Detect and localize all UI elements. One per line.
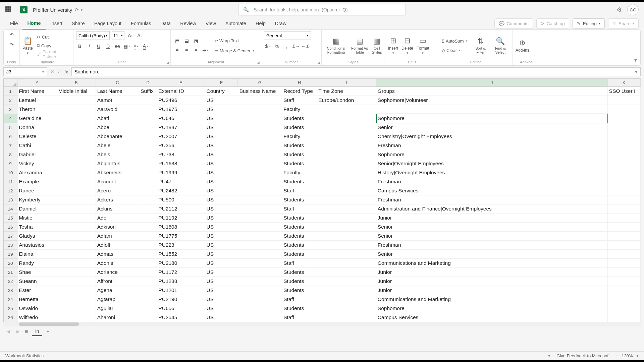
cell[interactable]: Staff (282, 313, 317, 322)
cell[interactable]: PU656 (157, 304, 205, 313)
cell[interactable] (317, 132, 376, 141)
cell[interactable]: Students (282, 177, 317, 186)
cell[interactable]: Abigantus (96, 159, 140, 168)
cell[interactable]: PU223 (157, 241, 205, 250)
cell[interactable]: Sophomore|Volunteer (376, 96, 608, 105)
zoom-out-button[interactable]: − (616, 353, 619, 358)
tab-review[interactable]: Review (175, 17, 201, 29)
cell[interactable] (238, 259, 282, 268)
row-header[interactable]: 19 (4, 250, 17, 259)
increase-decimal-button[interactable]: .0→ (292, 43, 300, 50)
cell[interactable]: Cathi (17, 141, 57, 150)
cell[interactable] (57, 214, 96, 223)
tab-file[interactable]: File (5, 17, 22, 29)
cell[interactable]: Aamot (96, 96, 140, 105)
cell[interactable]: Junior (376, 286, 608, 295)
row-header[interactable]: 5 (4, 123, 17, 132)
row-header[interactable]: 12 (4, 186, 17, 195)
row-header[interactable]: 22 (4, 277, 17, 286)
underline-button[interactable]: U (95, 43, 102, 50)
cell[interactable]: Adkison (96, 223, 140, 232)
decrease-font-button[interactable]: A↓ (136, 32, 143, 39)
cell[interactable] (238, 223, 282, 232)
align-center-button[interactable]: ≡ (183, 47, 190, 54)
column-header-K[interactable]: K (608, 79, 641, 87)
column-header-I[interactable]: I (317, 79, 376, 87)
cell[interactable]: Record Type (282, 87, 317, 96)
cell[interactable]: Senior|Overnight Employees (376, 159, 608, 168)
cell[interactable] (238, 295, 282, 304)
cell[interactable] (57, 114, 96, 123)
cell[interactable]: Junior (376, 277, 608, 286)
tab-automate[interactable]: Automate (221, 17, 251, 29)
cell[interactable]: Acero (96, 186, 140, 195)
cell[interactable] (238, 177, 282, 186)
cell[interactable] (238, 232, 282, 241)
cell[interactable] (238, 150, 282, 159)
cell[interactable] (57, 286, 96, 295)
tab-help[interactable]: Help (251, 17, 270, 29)
cell[interactable]: Freshman (376, 177, 608, 186)
row-header[interactable]: 25 (4, 304, 17, 313)
cell[interactable]: Aguilar (96, 304, 140, 313)
tab-data[interactable]: Data (156, 17, 176, 29)
cell[interactable] (238, 204, 282, 214)
cell[interactable]: PU2190 (157, 295, 205, 304)
cell[interactable]: Staff (282, 204, 317, 214)
cell[interactable]: Aarsvold (96, 105, 140, 114)
cell[interactable]: Sophomore (376, 150, 608, 159)
cell[interactable] (57, 277, 96, 286)
cell[interactable]: PU356 (157, 141, 205, 150)
sheet-prev-icon[interactable]: ◀ (5, 329, 11, 334)
row-header[interactable]: 1 (4, 87, 17, 96)
cell[interactable]: US (205, 313, 238, 322)
cell[interactable] (57, 159, 96, 168)
tab-draw[interactable]: Draw (270, 17, 291, 29)
cell[interactable]: US (205, 177, 238, 186)
percent-format-button[interactable]: % (273, 43, 281, 50)
spreadsheet-grid[interactable]: ABCDEFGHIJK 1First NameMiddle InitialLas… (3, 78, 641, 322)
align-left-button[interactable]: ≡ (173, 47, 181, 54)
cell[interactable]: Students (282, 159, 317, 168)
cell[interactable]: Senior (376, 232, 608, 241)
cell[interactable] (57, 250, 96, 259)
cell[interactable]: External ID (157, 87, 205, 96)
cell[interactable]: Staff (282, 96, 317, 105)
comma-format-button[interactable]: , (283, 43, 290, 50)
cell[interactable]: US (205, 250, 238, 259)
tab-home[interactable]: Home (22, 17, 45, 29)
cell[interactable]: Ade (96, 214, 140, 223)
cell[interactable] (608, 186, 641, 195)
cell[interactable] (139, 114, 157, 123)
cell[interactable]: PU2496 (157, 96, 205, 105)
cell[interactable] (139, 168, 157, 177)
font-dialog-launcher-icon[interactable]: ◢ (166, 61, 169, 64)
cell[interactable] (608, 177, 641, 186)
cell[interactable]: Middle Initial (57, 87, 96, 96)
cell[interactable] (139, 123, 157, 132)
cell[interactable] (317, 232, 376, 241)
cell[interactable]: US (205, 223, 238, 232)
cell[interactable]: Adlam (96, 232, 140, 241)
cell[interactable]: PU1808 (157, 223, 205, 232)
cell[interactable] (57, 105, 96, 114)
cell[interactable] (608, 204, 641, 214)
cell[interactable] (238, 195, 282, 204)
cell[interactable]: Senior (376, 123, 608, 132)
editing-mode-button[interactable]: ✎Editing▾ (573, 18, 605, 28)
cell[interactable] (608, 141, 641, 150)
cell[interactable]: US (205, 268, 238, 277)
cell[interactable]: Adloff (96, 241, 140, 250)
cell[interactable]: Students (282, 268, 317, 277)
cell[interactable] (57, 96, 96, 105)
row-header[interactable]: 6 (4, 132, 17, 141)
copy-button[interactable]: ⧉Copy (37, 42, 70, 50)
cell[interactable] (139, 150, 157, 159)
cell[interactable]: Adonis (96, 259, 140, 268)
cell[interactable] (608, 168, 641, 177)
cell[interactable]: Kymberly (17, 195, 57, 204)
document-dropdown-icon[interactable]: ▾ (81, 8, 83, 12)
cell[interactable] (57, 268, 96, 277)
cell[interactable]: Faculty (282, 168, 317, 177)
cell[interactable] (139, 195, 157, 204)
